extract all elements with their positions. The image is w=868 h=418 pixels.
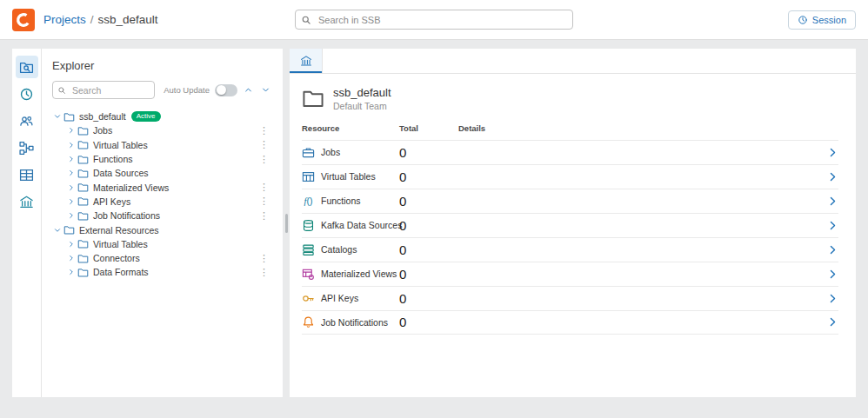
resource-name: Catalogs (302, 243, 399, 256)
project-header: ssb_default Default Team (302, 86, 838, 111)
resource-name: Materialized Views (302, 268, 399, 281)
caret-down-icon[interactable] (52, 227, 63, 234)
chevron-right-icon[interactable] (827, 220, 838, 231)
virtual-tables-icon (302, 170, 315, 183)
chevron-right-icon[interactable] (827, 316, 838, 328)
explorer-search-input[interactable] (52, 81, 155, 99)
kafka-data-sources-icon (302, 219, 315, 232)
tree-item-job-notifications[interactable]: Job Notifications ⋮ (52, 209, 272, 222)
chevron-right-icon[interactable] (827, 171, 838, 182)
collapse-all-button[interactable] (241, 83, 255, 97)
tree-item-label: API Keys (93, 196, 130, 207)
folder-icon (77, 267, 89, 278)
kebab-menu-icon[interactable]: ⋮ (257, 254, 270, 263)
tree-item-ssb-default[interactable]: ssb_default Active (52, 109, 272, 123)
resource-label: Functions (321, 196, 361, 206)
api-keys-icon (302, 292, 315, 305)
caret-right-icon[interactable] (66, 127, 77, 134)
breadcrumb-projects-link[interactable]: Projects (43, 13, 86, 26)
session-clock-icon (798, 15, 808, 25)
resource-label: API Keys (321, 293, 358, 303)
resource-row-kafka-data-sources[interactable]: Kafka Data Sources 0 (302, 213, 838, 237)
tree-item-data-formats[interactable]: Data Formats ⋮ (52, 265, 272, 279)
resource-total: 0 (399, 315, 458, 329)
resource-row-virtual-tables[interactable]: Virtual Tables 0 (302, 164, 838, 189)
resource-row-jobs[interactable]: Jobs 0 (302, 140, 838, 164)
caret-right-icon[interactable] (66, 198, 77, 205)
tree-item-functions[interactable]: Functions ⋮ (52, 152, 272, 166)
tree-item-materialized-views[interactable]: Materialized Views ⋮ (52, 180, 272, 194)
chevron-right-icon[interactable] (827, 244, 838, 255)
kebab-menu-icon[interactable]: ⋮ (257, 155, 270, 164)
caret-right-icon[interactable] (66, 169, 77, 176)
kebab-menu-icon[interactable]: ⋮ (257, 211, 270, 221)
caret-right-icon[interactable] (66, 241, 77, 248)
chevron-right-icon[interactable] (827, 269, 838, 280)
resource-name: Job Notifications (302, 315, 399, 328)
resource-total: 0 (399, 267, 458, 282)
resource-label: Job Notifications (321, 317, 388, 328)
kebab-menu-icon[interactable]: ⋮ (257, 196, 270, 206)
resource-name: API Keys (302, 292, 399, 305)
content-area: Explorer Auto Update ssb_default Active … (0, 40, 868, 418)
kebab-menu-icon[interactable]: ⋮ (257, 126, 270, 136)
chevron-right-icon[interactable] (827, 293, 838, 304)
tree-item-api-keys[interactable]: API Keys ⋮ (52, 195, 272, 209)
tree-item-label: Jobs (93, 125, 112, 136)
explorer-icon (19, 60, 34, 75)
tree-item-data-sources[interactable]: Data Sources (52, 166, 272, 180)
resource-row-catalogs[interactable]: Catalogs 0 (302, 237, 838, 262)
kebab-menu-icon[interactable]: ⋮ (257, 268, 270, 277)
materialized-views-icon (302, 268, 315, 281)
resource-row-functions[interactable]: f() Functions 0 (302, 189, 838, 213)
caret-right-icon[interactable] (66, 212, 77, 219)
active-badge: Active (131, 111, 161, 122)
rail-item-home[interactable] (16, 190, 38, 213)
resource-label: Virtual Tables (321, 171, 376, 182)
chevron-up-icon (244, 86, 252, 94)
tree-item-virtual-tables[interactable]: Virtual Tables ⋮ (52, 138, 272, 152)
tree-item-external-virtual-tables[interactable]: Virtual Tables (52, 237, 272, 251)
chevron-right-icon[interactable] (827, 196, 838, 207)
caret-right-icon[interactable] (66, 269, 77, 275)
explorer-tree: ssb_default Active Jobs ⋮ Virtual Tables… (52, 109, 272, 387)
resource-row-api-keys[interactable]: API Keys 0 (302, 286, 838, 310)
app-logo-icon[interactable] (12, 9, 35, 31)
caret-right-icon[interactable] (66, 255, 77, 262)
folder-icon (63, 111, 75, 123)
resource-row-job-notifications[interactable]: Job Notifications 0 (302, 310, 838, 335)
session-button[interactable]: Session (788, 10, 856, 30)
rail-item-tables[interactable] (16, 163, 38, 186)
resource-row-materialized-views[interactable]: Materialized Views 0 (302, 262, 838, 286)
folder-icon (77, 238, 89, 249)
rail-item-history[interactable] (16, 83, 38, 105)
tree-item-label: Virtual Tables (93, 239, 148, 249)
tree-item-label: Materialized Views (93, 182, 169, 193)
tree-item-connectors[interactable]: Connectors ⋮ (52, 251, 272, 265)
main-body: ssb_default Default Team Resource Total … (290, 74, 856, 397)
rail-item-users[interactable] (16, 109, 38, 132)
rail-item-explorer[interactable] (16, 56, 38, 78)
resource-total: 0 (399, 291, 458, 306)
chevron-right-icon[interactable] (827, 147, 838, 158)
tree-item-external-resources[interactable]: External Resources (52, 222, 272, 236)
panel-resizer[interactable] (283, 49, 290, 397)
resource-total: 0 (399, 218, 458, 233)
global-search-input[interactable] (295, 10, 573, 30)
caret-right-icon[interactable] (66, 142, 77, 149)
caret-right-icon[interactable] (66, 184, 77, 191)
folder-icon (63, 224, 75, 236)
kebab-menu-icon[interactable]: ⋮ (257, 182, 270, 192)
top-bar: Projects/ssb_default Session (0, 0, 868, 40)
auto-update-toggle[interactable] (215, 84, 237, 96)
lineage-icon (19, 141, 34, 156)
breadcrumb: Projects/ssb_default (43, 13, 158, 26)
caret-right-icon[interactable] (66, 156, 77, 163)
tab-project-home[interactable] (290, 49, 323, 73)
rail-item-lineage[interactable] (16, 136, 38, 159)
expand-all-button[interactable] (258, 83, 272, 97)
caret-down-icon[interactable] (52, 113, 63, 120)
kebab-menu-icon[interactable]: ⋮ (257, 140, 270, 149)
tree-item-jobs[interactable]: Jobs ⋮ (52, 123, 272, 137)
resource-total: 0 (399, 242, 458, 257)
